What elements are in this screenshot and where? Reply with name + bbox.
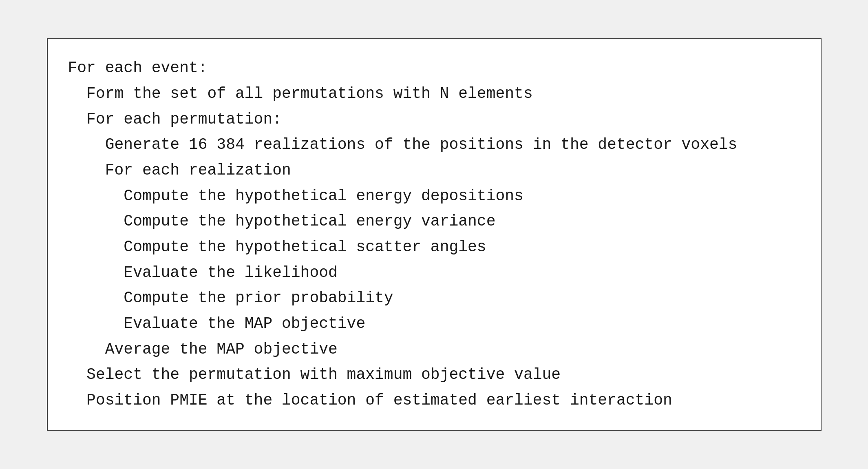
line-5: For each realization bbox=[68, 158, 800, 184]
line-6: Compute the hypothetical energy depositi… bbox=[68, 184, 800, 209]
line-14: Position PMIE at the location of estimat… bbox=[68, 388, 800, 414]
line-4: Generate 16 384 realizations of the posi… bbox=[68, 132, 800, 158]
line-1: For each event: bbox=[68, 55, 800, 81]
line-7: Compute the hypothetical energy variance bbox=[68, 209, 800, 234]
line-9: Evaluate the likelihood bbox=[68, 260, 800, 286]
line-8: Compute the hypothetical scatter angles bbox=[68, 234, 800, 260]
line-10: Compute the prior probability bbox=[68, 285, 800, 311]
line-3: For each permutation: bbox=[68, 107, 800, 133]
algorithm-container: For each event: Form the set of all perm… bbox=[47, 38, 822, 431]
line-13: Select the permutation with maximum obje… bbox=[68, 362, 800, 388]
line-11: Evaluate the MAP objective bbox=[68, 311, 800, 337]
line-12: Average the MAP objective bbox=[68, 337, 800, 363]
line-2: Form the set of all permutations with N … bbox=[68, 81, 800, 107]
